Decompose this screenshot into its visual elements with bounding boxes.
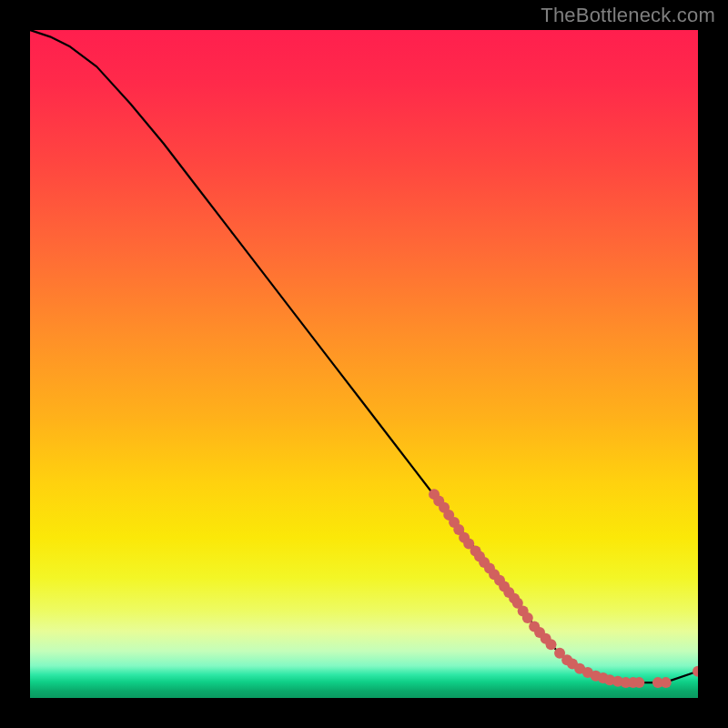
scatter-point — [693, 666, 698, 677]
plot-area — [30, 30, 698, 698]
watermark-label: TheBottleneck.com — [541, 4, 715, 27]
chart-frame: TheBottleneck.com — [0, 0, 728, 728]
scatter-point — [522, 612, 533, 623]
scatter-point — [546, 639, 557, 650]
bottleneck-curve — [30, 30, 698, 682]
scatter-point — [661, 677, 672, 688]
scatter-points — [429, 489, 698, 688]
chart-svg — [30, 30, 698, 698]
scatter-point — [633, 677, 644, 688]
